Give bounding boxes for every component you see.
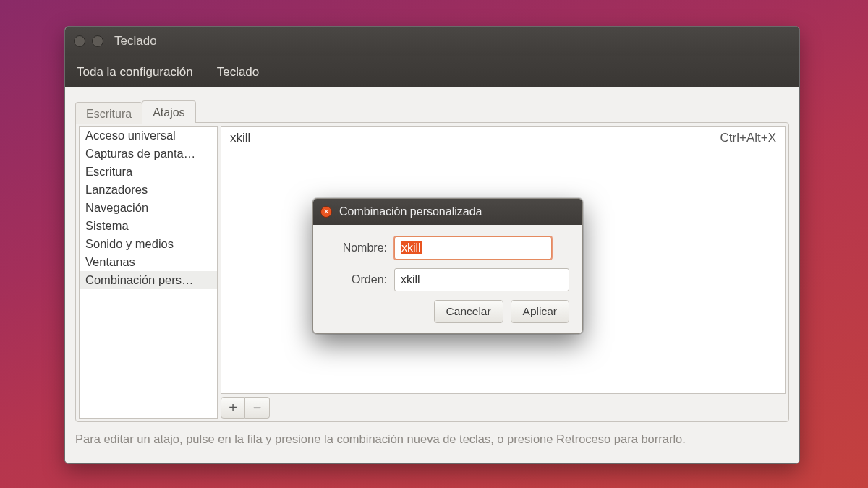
shortcut-toolbar: + − <box>221 397 786 419</box>
dialog-titlebar: ✕ Combinación personalizada <box>313 199 582 225</box>
tab-strip: Escritura Atajos <box>75 100 789 123</box>
list-item[interactable]: Lanzadores <box>80 181 217 199</box>
breadcrumb-all-settings[interactable]: Toda la configuración <box>65 56 205 87</box>
apply-button[interactable]: Aplicar <box>511 300 569 323</box>
breadcrumb: Toda la configuración Teclado <box>65 56 799 87</box>
table-row[interactable]: xkill Ctrl+Alt+X <box>221 127 785 150</box>
breadcrumb-current[interactable]: Teclado <box>205 56 271 87</box>
dialog-title: Combinación personalizada <box>339 205 482 218</box>
name-label: Nombre: <box>326 241 387 254</box>
add-shortcut-button[interactable]: + <box>221 397 245 419</box>
hint-text: Para editar un atajo, pulse en la fila y… <box>75 432 789 446</box>
window-title: Teclado <box>114 34 157 48</box>
list-item[interactable]: Navegación <box>80 199 217 217</box>
command-field[interactable] <box>394 268 569 291</box>
shortcut-name: xkill <box>230 131 720 145</box>
minimize-icon[interactable] <box>92 35 103 47</box>
custom-shortcut-dialog: ✕ Combinación personalizada Nombre: xkil… <box>312 198 583 334</box>
name-field[interactable] <box>394 236 552 260</box>
list-item[interactable]: Escritura <box>80 163 217 181</box>
shortcut-keys: Ctrl+Alt+X <box>720 131 776 145</box>
list-item[interactable]: Ventanas <box>80 253 217 271</box>
list-item[interactable]: Acceso universal <box>80 127 217 145</box>
order-label: Orden: <box>326 273 387 286</box>
list-item[interactable]: Sonido y medios <box>80 235 217 253</box>
cancel-button[interactable]: Cancelar <box>434 300 503 323</box>
close-icon[interactable]: ✕ <box>320 206 332 218</box>
remove-shortcut-button[interactable]: − <box>245 397 270 419</box>
category-list[interactable]: Acceso universal Capturas de panta… Escr… <box>79 126 218 419</box>
close-icon[interactable] <box>74 35 85 47</box>
tab-shortcuts[interactable]: Atajos <box>142 100 195 123</box>
tab-writing[interactable]: Escritura <box>75 102 142 124</box>
list-item[interactable]: Combinación pers… <box>80 271 217 289</box>
window-titlebar: Teclado <box>65 27 799 56</box>
list-item[interactable]: Capturas de panta… <box>80 145 217 163</box>
list-item[interactable]: Sistema <box>80 217 217 235</box>
